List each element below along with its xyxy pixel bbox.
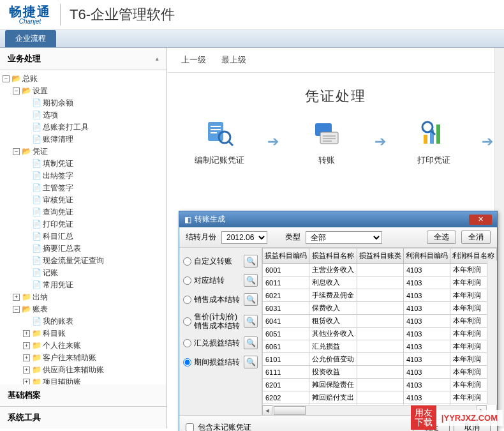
col-header[interactable]: 损益科目账类 bbox=[357, 248, 404, 264]
tree-node-voucher[interactable]: − 📂 凭证 bbox=[13, 146, 165, 158]
search-icon[interactable]: 🔍 bbox=[244, 255, 258, 268]
accounts-grid[interactable]: 损益科目编码 损益科目名称 损益科目账类 利润科目编码 利润科目名称 6001主… bbox=[262, 248, 497, 415]
radio-custom[interactable] bbox=[183, 257, 191, 266]
search-icon[interactable]: 🔍 bbox=[244, 356, 258, 368]
tree-node[interactable]: +📁个人往来账 bbox=[23, 340, 165, 352]
option-fx[interactable]: 汇兑损益结转 🔍 bbox=[182, 333, 259, 352]
collapse-icon[interactable]: − bbox=[13, 306, 20, 313]
option-period[interactable]: 期间损益结转 🔍 bbox=[182, 352, 259, 372]
type-select[interactable]: 全部 bbox=[306, 231, 382, 244]
table-row[interactable]: 6051其他业务收入4103本年利润 bbox=[263, 328, 497, 340]
option-custom[interactable]: 自定义转账 🔍 bbox=[182, 252, 259, 271]
scroll-thumb[interactable] bbox=[274, 406, 306, 415]
tree-leaf[interactable]: 📄摘要汇总表 bbox=[23, 243, 165, 255]
grid-vscrollbar[interactable] bbox=[487, 261, 497, 405]
tab-enterprise-flow[interactable]: 企业流程 bbox=[5, 30, 56, 47]
radio-fx[interactable] bbox=[183, 339, 191, 347]
search-icon[interactable]: 🔍 bbox=[244, 293, 258, 306]
col-header[interactable]: 损益科目名称 bbox=[309, 248, 357, 264]
tree-node[interactable]: +📁供应商往来辅助账 bbox=[23, 364, 165, 376]
tree-leaf[interactable]: 📄主管签字 bbox=[23, 182, 165, 194]
page-title: 凭证处理 bbox=[167, 87, 504, 106]
select-all-button[interactable]: 全选 bbox=[427, 231, 456, 244]
tree-label: 总账 bbox=[22, 73, 38, 85]
search-icon[interactable]: 🔍 bbox=[244, 274, 258, 287]
tree-leaf[interactable]: 📄现金流量凭证查询 bbox=[23, 255, 165, 267]
scroll-left-icon[interactable]: ◄ bbox=[262, 405, 272, 416]
radio-price[interactable] bbox=[183, 317, 191, 326]
tree-label: 常用凭证 bbox=[43, 279, 73, 291]
file-icon: 📄 bbox=[31, 135, 41, 144]
table-row[interactable]: 6021手续费及佣金4103本年利润 bbox=[263, 289, 497, 302]
tree-node[interactable]: +📁客户往来辅助账 bbox=[23, 352, 165, 364]
tree-leaf[interactable]: 📄常用凭证 bbox=[23, 279, 165, 291]
dialog-titlebar[interactable]: ◧ 转账生成 ✕ bbox=[179, 211, 497, 227]
col-header[interactable]: 损益科目编码 bbox=[263, 248, 309, 264]
tree-leaf[interactable]: 📄打印凭证 bbox=[23, 218, 165, 231]
blank-icon bbox=[23, 209, 30, 216]
table-row[interactable]: 6031保费收入4103本年利润 bbox=[263, 302, 497, 315]
expand-icon[interactable]: + bbox=[13, 294, 20, 301]
nav-tree[interactable]: − 📂 总账 − 📂 设置 bbox=[0, 70, 167, 384]
table-row[interactable]: 6061汇兑损益4103本年利润 bbox=[263, 340, 497, 353]
section-archive[interactable]: 基础档案 bbox=[0, 384, 167, 407]
breadcrumb-top[interactable]: 最上级 bbox=[221, 54, 246, 66]
tree-root-ledger[interactable]: − 📂 总账 bbox=[3, 73, 165, 85]
option-match[interactable]: 对应结转 🔍 bbox=[182, 271, 259, 290]
close-button[interactable]: ✕ bbox=[469, 215, 492, 225]
search-icon[interactable]: 🔍 bbox=[244, 315, 258, 328]
include-unposted-checkbox[interactable] bbox=[186, 423, 194, 431]
radio-cost[interactable] bbox=[183, 296, 191, 304]
expand-icon[interactable]: + bbox=[23, 379, 30, 384]
option-price[interactable]: 售价(计划价) 销售成本结转 🔍 bbox=[182, 309, 259, 333]
expand-icon[interactable]: + bbox=[23, 354, 30, 361]
flow-compose-voucher[interactable]: 编制记账凭证 bbox=[178, 117, 261, 166]
tree-leaf[interactable]: 📄账簿清理 bbox=[23, 133, 165, 146]
tree-node-setup[interactable]: − 📂 设置 bbox=[13, 85, 165, 97]
table-row[interactable]: 6041租赁收入4103本年利润 bbox=[263, 315, 497, 328]
collapse-icon[interactable]: − bbox=[3, 75, 10, 82]
folder-open-icon: 📂 bbox=[21, 87, 31, 96]
tree-leaf[interactable]: 📄记账 bbox=[23, 267, 165, 279]
expand-icon[interactable]: + bbox=[23, 330, 30, 337]
collapse-icon[interactable]: − bbox=[13, 87, 20, 95]
period-select[interactable]: 2012.06 bbox=[221, 231, 267, 244]
table-row[interactable]: 6202摊回赔付支出4103本年利润 bbox=[263, 391, 497, 404]
table-row[interactable]: 6001主营业务收入4103本年利润 bbox=[263, 264, 497, 276]
tree-node-reports[interactable]: − 📂 账表 bbox=[13, 303, 165, 315]
tree-leaf[interactable]: 📄期初余额 bbox=[23, 97, 165, 109]
radio-match[interactable] bbox=[183, 276, 191, 285]
brand-logo: 畅捷通 Chanjet bbox=[9, 5, 51, 25]
section-system[interactable]: 系统工具 bbox=[0, 407, 167, 428]
table-row[interactable]: 6101公允价值变动4103本年利润 bbox=[263, 353, 497, 366]
radio-period[interactable] bbox=[183, 358, 191, 367]
tree-leaf[interactable]: 📄查询凭证 bbox=[23, 206, 165, 218]
tree-node-cash[interactable]: + 📁 出纳 bbox=[13, 291, 165, 303]
option-cost[interactable]: 销售成本结转 🔍 bbox=[182, 290, 259, 309]
tree-leaf[interactable]: 📄审核凭证 bbox=[23, 194, 165, 206]
table-row[interactable]: 6201摊回保险责任4103本年利润 bbox=[263, 379, 497, 391]
collapse-icon[interactable]: − bbox=[13, 148, 20, 155]
expand-icon[interactable]: + bbox=[23, 342, 30, 349]
flow-transfer[interactable]: 转账 bbox=[285, 117, 368, 166]
tree-label: 期初余额 bbox=[43, 97, 73, 109]
search-icon[interactable]: 🔍 bbox=[244, 336, 258, 349]
tree-node[interactable]: +📁项目辅助账 bbox=[23, 376, 165, 384]
table-row[interactable]: 6111投资收益4103本年利润 bbox=[263, 366, 497, 379]
breadcrumb-up[interactable]: 上一级 bbox=[181, 54, 206, 66]
tree-leaf[interactable]: 📄出纳签字 bbox=[23, 170, 165, 182]
tree-leaf[interactable]: 📄科目汇总 bbox=[23, 231, 165, 243]
tree-leaf[interactable]: 📄总账套打工具 bbox=[23, 121, 165, 133]
watermark-line1: 用友 bbox=[415, 408, 433, 418]
table-row[interactable]: 6011利息收入4103本年利润 bbox=[263, 276, 497, 289]
tree-leaf[interactable]: 📄选项 bbox=[23, 109, 165, 121]
tree-leaf[interactable]: 📄填制凭证 bbox=[23, 158, 165, 170]
tree-node[interactable]: +📁科目账 bbox=[23, 328, 165, 340]
blank-icon bbox=[23, 185, 30, 192]
flow-print-voucher[interactable]: 打印凭证 bbox=[392, 117, 475, 166]
expand-icon[interactable]: + bbox=[23, 367, 30, 374]
select-none-button[interactable]: 全消 bbox=[461, 231, 491, 244]
col-header[interactable]: 利润科目编码 bbox=[404, 248, 450, 264]
tree-leaf[interactable]: 📄我的账表 bbox=[23, 315, 165, 328]
section-business[interactable]: 业务处理 ▴ bbox=[0, 48, 167, 70]
